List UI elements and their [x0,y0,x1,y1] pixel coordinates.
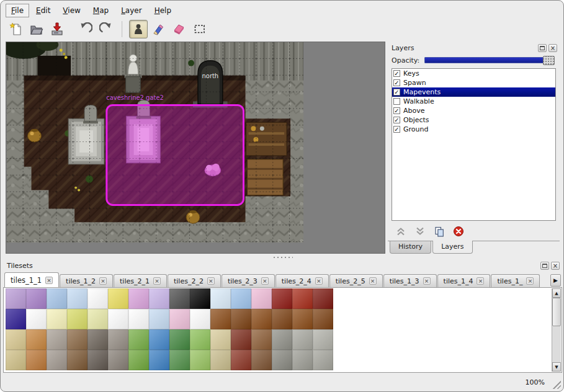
tile[interactable] [231,309,251,329]
tile[interactable] [292,309,313,329]
tile[interactable] [292,288,313,309]
tab-close-icon[interactable]: × [315,277,323,285]
tile[interactable] [47,350,67,370]
tileset-tab-tiles_1_3[interactable]: tiles_1_3× [383,274,437,287]
tile[interactable] [128,329,149,350]
tile[interactable] [292,350,313,370]
tile[interactable] [6,309,26,329]
tile[interactable] [292,329,313,350]
tile[interactable] [272,288,292,309]
layer-checkbox[interactable]: ✓ [393,70,400,77]
tile[interactable] [210,288,231,309]
tile[interactable] [251,288,272,309]
tileset-tab-tiles_1_4[interactable]: tiles_1_4× [437,274,491,287]
layer-row-objects[interactable]: ✓Objects [392,115,555,125]
resize-grip[interactable] [552,380,561,389]
tile[interactable] [128,288,149,309]
menu-file[interactable]: File [6,4,29,17]
tile[interactable] [47,309,67,329]
tab-layers[interactable]: Layers [432,241,472,254]
tileset-tab-tiles_1_1[interactable]: tiles_1_1× [4,272,59,287]
opacity-slider[interactable] [424,57,555,63]
tileset-tab-tiles_1_2[interactable]: tiles_1_2× [60,274,113,287]
tile[interactable] [272,329,292,350]
menu-map[interactable]: Map [87,4,114,17]
tile[interactable] [87,309,108,329]
layer-row-above[interactable]: ✓Above [392,106,555,115]
tile[interactable] [251,350,272,370]
tile[interactable] [231,329,251,350]
tile[interactable] [190,288,210,309]
tile[interactable] [169,288,190,309]
tile[interactable] [251,329,272,350]
tile[interactable] [108,350,128,370]
scroll-up-icon[interactable]: ▲ [552,288,561,298]
opacity-slider-handle[interactable] [543,56,555,65]
layer-checkbox[interactable]: ✓ [393,126,400,133]
tab-close-icon[interactable]: × [526,277,534,285]
tile[interactable] [149,309,169,329]
close-panel-icon[interactable]: × [551,262,560,270]
tab-close-icon[interactable]: × [369,277,377,285]
open-file-button[interactable] [27,20,46,38]
layer-row-keys[interactable]: ✓Keys [392,69,555,78]
tile[interactable] [128,309,149,329]
tile[interactable] [108,329,128,350]
undo-button[interactable] [76,20,95,38]
tile[interactable] [210,329,231,350]
layer-row-spawn[interactable]: ✓Spawn [392,78,555,87]
tile[interactable] [169,329,190,350]
tile[interactable] [67,309,87,329]
tile[interactable] [67,288,87,309]
new-file-button[interactable] [7,20,25,38]
close-panel-icon[interactable]: × [548,44,557,52]
layer-row-walkable[interactable]: Walkable [392,97,555,106]
save-file-button[interactable] [48,20,66,38]
tile[interactable] [313,309,333,329]
scrollbar-thumb[interactable] [552,298,561,326]
menu-edit[interactable]: Edit [30,4,56,17]
tileset-tab-tiles_2_1[interactable]: tiles_2_1× [114,274,167,287]
layer-row-mapevents[interactable]: ✓Mapevents [392,87,555,97]
stamp-tool-button[interactable] [129,20,148,38]
tile[interactable] [6,329,26,350]
tile[interactable] [251,309,272,329]
move-layer-up-button[interactable] [394,225,408,238]
tileset-tab-tiles_2_3[interactable]: tiles_2_3× [222,274,275,287]
tile[interactable] [87,350,108,370]
tile[interactable] [108,288,128,309]
layer-checkbox[interactable] [393,98,400,105]
layer-checkbox[interactable]: ✓ [393,79,400,86]
tab-history[interactable]: History [390,241,431,254]
tile[interactable] [313,288,333,309]
tab-close-icon[interactable]: × [45,277,53,284]
tab-close-icon[interactable]: × [477,277,484,285]
tile[interactable] [26,288,47,309]
tile[interactable] [149,329,169,350]
tile[interactable] [190,329,210,350]
tile[interactable] [272,309,292,329]
layer-checkbox[interactable]: ✓ [393,117,400,123]
tab-close-icon[interactable]: × [207,277,215,285]
layer-row-ground[interactable]: ✓Ground [392,125,555,134]
tile[interactable] [190,350,210,370]
splitter-handle[interactable] [3,254,561,260]
menu-view[interactable]: View [57,4,86,17]
tile[interactable] [169,309,190,329]
duplicate-layer-button[interactable] [432,225,446,238]
layer-checkbox[interactable]: ✓ [393,89,400,96]
menu-help[interactable]: Help [149,4,177,17]
tileset-scrollbar[interactable]: ▲ ▼ [552,288,561,372]
tile[interactable] [272,350,292,370]
tile[interactable] [26,350,47,370]
tile[interactable] [190,309,210,329]
tile[interactable] [67,350,87,370]
tab-close-icon[interactable]: × [99,277,107,285]
tile[interactable] [128,350,149,370]
tile[interactable] [231,350,251,370]
tile[interactable] [47,288,67,309]
tile[interactable] [67,329,87,350]
tile[interactable] [149,350,169,370]
float-panel-icon[interactable] [540,262,549,270]
layer-checkbox[interactable]: ✓ [393,107,400,114]
